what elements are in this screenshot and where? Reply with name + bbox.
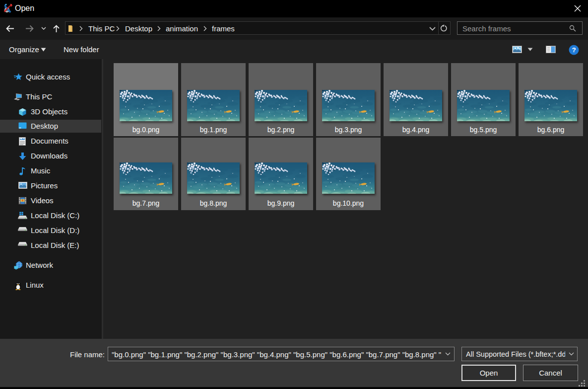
svg-text:?: ? xyxy=(572,46,576,54)
